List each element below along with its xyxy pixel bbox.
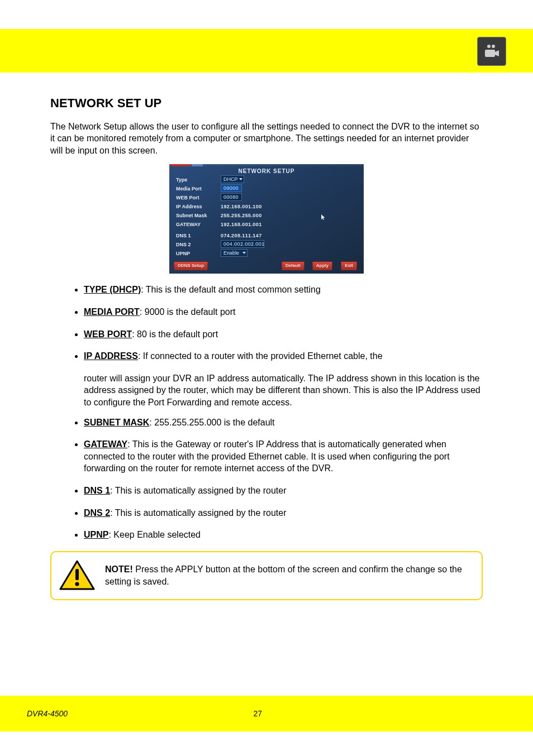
- desc-web-port: : 80 is the default port: [132, 329, 218, 339]
- desc-upnp: : Keep Enable selected: [108, 530, 201, 539]
- inactive-tab-indicator: [192, 164, 203, 166]
- term-dns1: DNS 1: [84, 486, 110, 495]
- input-media-port[interactable]: 09000: [221, 184, 242, 192]
- label-dns2: DNS 2: [176, 241, 191, 248]
- term-web-port: WEB PORT: [84, 329, 132, 339]
- svg-point-0: [487, 45, 491, 48]
- label-upnp: UPNP: [176, 250, 190, 257]
- label-dns1: DNS 1: [176, 232, 191, 239]
- bullet-web-port: WEB PORT: 80 is the default port: [84, 328, 483, 341]
- dropdown-upnp[interactable]: Enable: [221, 249, 248, 257]
- note-body: Press the APPLY button at the bottom of …: [105, 564, 462, 586]
- bullet-dns1: DNS 1: This is automatically assigned by…: [84, 485, 483, 497]
- label-type: Type: [176, 176, 187, 183]
- value-gateway: 192.168.001.001: [221, 221, 262, 228]
- label-ip-address: IP Address: [176, 203, 202, 210]
- bullet-subnet: SUBNET MASK: 255.255.255.000 is the defa…: [84, 417, 483, 429]
- dropdown-type[interactable]: DHCP: [221, 175, 244, 183]
- term-media-port: MEDIA PORT: [84, 307, 140, 317]
- note-text: NOTE! Press the APPLY button at the bott…: [105, 563, 473, 587]
- camera-icon: [477, 37, 506, 66]
- cursor-icon: [321, 211, 326, 217]
- term-upnp: UPNP: [84, 530, 108, 539]
- footer-page-number: 27: [77, 709, 439, 718]
- desc-gateway: : This is the Gateway or router's IP Add…: [84, 439, 450, 473]
- panel-tabs: [169, 164, 364, 166]
- ip-address-continuation: router will assign your DVR an IP addres…: [84, 372, 483, 409]
- desc-dns2: : This is automatically assigned by the …: [110, 508, 286, 518]
- bullet-list-2: SUBNET MASK: 255.255.255.000 is the defa…: [84, 417, 483, 541]
- input-dns2[interactable]: 004.002.002.001: [221, 240, 264, 248]
- bullet-upnp: UPNP: Keep Enable selected: [84, 529, 483, 541]
- warning-icon: [59, 560, 95, 591]
- desc-media-port: : 9000 is the default port: [140, 307, 236, 317]
- exit-button[interactable]: Exit: [341, 261, 357, 271]
- bullet-list-1: TYPE (DHCP): This is the default and mos…: [84, 284, 483, 362]
- bullet-media-port: MEDIA PORT: 9000 is the default port: [84, 306, 483, 318]
- term-type: TYPE (DHCP): [84, 285, 141, 294]
- term-dns2: DNS 2: [84, 508, 110, 518]
- label-media-port: Media Port: [176, 185, 202, 192]
- input-web-port[interactable]: 00080: [221, 193, 242, 201]
- bullet-dns2: DNS 2: This is automatically assigned by…: [84, 507, 483, 519]
- intro-paragraph: The Network Setup allows the user to con…: [50, 121, 483, 157]
- note-label: NOTE!: [105, 564, 133, 574]
- svg-rect-3: [75, 569, 79, 580]
- desc-dns1: : This is automatically assigned by the …: [110, 486, 286, 495]
- bullet-ip-address: IP ADDRESS: If connected to a router wit…: [84, 350, 483, 362]
- label-subnet-mask: Subnet Mask: [176, 212, 207, 219]
- ddns-setup-button[interactable]: DDNS Setup: [174, 261, 208, 271]
- term-subnet: SUBNET MASK: [84, 418, 149, 427]
- content-area: NETWORK SET UP The Network Setup allows …: [50, 95, 483, 600]
- svg-point-1: [492, 45, 495, 48]
- section-heading: NETWORK SET UP: [50, 95, 483, 112]
- value-dns1: 074.208.111.147: [221, 232, 262, 239]
- panel-title: NETWORK SETUP: [169, 168, 364, 175]
- bullet-type: TYPE (DHCP): This is the default and mos…: [84, 284, 483, 296]
- embedded-screenshot: NETWORK SETUP Type DHCP Media Port 09000…: [50, 164, 483, 274]
- header-yellow-band: [0, 29, 533, 73]
- svg-rect-2: [485, 50, 495, 57]
- label-gateway: GATEWAY: [176, 221, 201, 228]
- default-button[interactable]: Default: [282, 261, 304, 271]
- label-web-port: WEB Port: [176, 194, 199, 201]
- svg-point-4: [75, 582, 79, 586]
- term-gateway: GATEWAY: [84, 439, 127, 449]
- apply-button[interactable]: Apply: [312, 261, 332, 271]
- desc-subnet: : 255.255.255.000 is the default: [149, 418, 274, 427]
- note-box: NOTE! Press the APPLY button at the bott…: [50, 551, 483, 600]
- desc-type: : This is the default and most common se…: [141, 285, 321, 294]
- term-ip-address: IP ADDRESS: [84, 351, 138, 361]
- active-tab-indicator: [170, 164, 191, 166]
- value-subnet-mask: 255.255.255.000: [221, 212, 262, 219]
- value-ip-address: 192.168.001.100: [221, 203, 262, 210]
- bullet-gateway: GATEWAY: This is the Gateway or router's…: [84, 438, 483, 475]
- network-setup-panel: NETWORK SETUP Type DHCP Media Port 09000…: [169, 164, 364, 274]
- desc-ip-address-lead: : If connected to a router with the prov…: [138, 351, 383, 361]
- footer-brand: DVR4-4500: [27, 709, 77, 718]
- footer-band: DVR4-4500 27: [0, 696, 533, 731]
